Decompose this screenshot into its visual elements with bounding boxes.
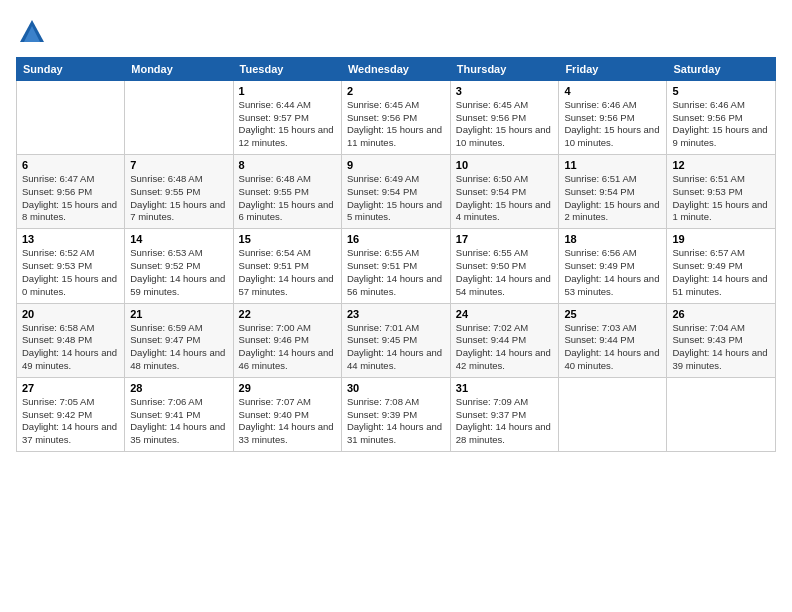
calendar-cell: 5Sunrise: 6:46 AM Sunset: 9:56 PM Daylig… [667, 80, 776, 154]
calendar-cell: 12Sunrise: 6:51 AM Sunset: 9:53 PM Dayli… [667, 155, 776, 229]
day-info: Sunrise: 7:05 AM Sunset: 9:42 PM Dayligh… [22, 396, 119, 447]
day-number: 28 [130, 382, 227, 394]
calendar-cell: 30Sunrise: 7:08 AM Sunset: 9:39 PM Dayli… [341, 377, 450, 451]
day-number: 22 [239, 308, 336, 320]
calendar-cell: 11Sunrise: 6:51 AM Sunset: 9:54 PM Dayli… [559, 155, 667, 229]
day-number: 25 [564, 308, 661, 320]
weekday-header-row: SundayMondayTuesdayWednesdayThursdayFrid… [17, 57, 776, 80]
day-number: 8 [239, 159, 336, 171]
weekday-thursday: Thursday [450, 57, 559, 80]
day-number: 21 [130, 308, 227, 320]
day-info: Sunrise: 6:47 AM Sunset: 9:56 PM Dayligh… [22, 173, 119, 224]
day-number: 10 [456, 159, 554, 171]
day-number: 4 [564, 85, 661, 97]
calendar-table: SundayMondayTuesdayWednesdayThursdayFrid… [16, 57, 776, 452]
day-info: Sunrise: 7:06 AM Sunset: 9:41 PM Dayligh… [130, 396, 227, 447]
day-info: Sunrise: 6:46 AM Sunset: 9:56 PM Dayligh… [564, 99, 661, 150]
calendar-body: 1Sunrise: 6:44 AM Sunset: 9:57 PM Daylig… [17, 80, 776, 451]
day-info: Sunrise: 6:51 AM Sunset: 9:54 PM Dayligh… [564, 173, 661, 224]
calendar-cell: 15Sunrise: 6:54 AM Sunset: 9:51 PM Dayli… [233, 229, 341, 303]
day-number: 6 [22, 159, 119, 171]
day-info: Sunrise: 6:45 AM Sunset: 9:56 PM Dayligh… [456, 99, 554, 150]
calendar-cell [17, 80, 125, 154]
day-number: 15 [239, 233, 336, 245]
day-number: 17 [456, 233, 554, 245]
day-info: Sunrise: 6:48 AM Sunset: 9:55 PM Dayligh… [130, 173, 227, 224]
calendar-cell: 3Sunrise: 6:45 AM Sunset: 9:56 PM Daylig… [450, 80, 559, 154]
calendar-cell: 19Sunrise: 6:57 AM Sunset: 9:49 PM Dayli… [667, 229, 776, 303]
day-number: 24 [456, 308, 554, 320]
day-info: Sunrise: 6:57 AM Sunset: 9:49 PM Dayligh… [672, 247, 770, 298]
day-info: Sunrise: 6:53 AM Sunset: 9:52 PM Dayligh… [130, 247, 227, 298]
weekday-friday: Friday [559, 57, 667, 80]
day-number: 11 [564, 159, 661, 171]
calendar-cell: 24Sunrise: 7:02 AM Sunset: 9:44 PM Dayli… [450, 303, 559, 377]
day-info: Sunrise: 7:02 AM Sunset: 9:44 PM Dayligh… [456, 322, 554, 373]
day-number: 23 [347, 308, 445, 320]
weekday-wednesday: Wednesday [341, 57, 450, 80]
day-number: 20 [22, 308, 119, 320]
week-row-3: 13Sunrise: 6:52 AM Sunset: 9:53 PM Dayli… [17, 229, 776, 303]
calendar-cell: 23Sunrise: 7:01 AM Sunset: 9:45 PM Dayli… [341, 303, 450, 377]
calendar-cell: 7Sunrise: 6:48 AM Sunset: 9:55 PM Daylig… [125, 155, 233, 229]
day-info: Sunrise: 6:52 AM Sunset: 9:53 PM Dayligh… [22, 247, 119, 298]
calendar-cell [559, 377, 667, 451]
weekday-saturday: Saturday [667, 57, 776, 80]
day-number: 9 [347, 159, 445, 171]
day-number: 13 [22, 233, 119, 245]
day-info: Sunrise: 6:44 AM Sunset: 9:57 PM Dayligh… [239, 99, 336, 150]
day-info: Sunrise: 6:48 AM Sunset: 9:55 PM Dayligh… [239, 173, 336, 224]
calendar-cell: 9Sunrise: 6:49 AM Sunset: 9:54 PM Daylig… [341, 155, 450, 229]
day-info: Sunrise: 6:55 AM Sunset: 9:50 PM Dayligh… [456, 247, 554, 298]
calendar-cell: 28Sunrise: 7:06 AM Sunset: 9:41 PM Dayli… [125, 377, 233, 451]
day-number: 31 [456, 382, 554, 394]
calendar-cell: 2Sunrise: 6:45 AM Sunset: 9:56 PM Daylig… [341, 80, 450, 154]
calendar-cell: 1Sunrise: 6:44 AM Sunset: 9:57 PM Daylig… [233, 80, 341, 154]
day-number: 29 [239, 382, 336, 394]
calendar-cell: 6Sunrise: 6:47 AM Sunset: 9:56 PM Daylig… [17, 155, 125, 229]
week-row-2: 6Sunrise: 6:47 AM Sunset: 9:56 PM Daylig… [17, 155, 776, 229]
day-number: 14 [130, 233, 227, 245]
day-number: 16 [347, 233, 445, 245]
calendar-cell: 20Sunrise: 6:58 AM Sunset: 9:48 PM Dayli… [17, 303, 125, 377]
day-info: Sunrise: 6:58 AM Sunset: 9:48 PM Dayligh… [22, 322, 119, 373]
day-info: Sunrise: 7:01 AM Sunset: 9:45 PM Dayligh… [347, 322, 445, 373]
day-info: Sunrise: 6:51 AM Sunset: 9:53 PM Dayligh… [672, 173, 770, 224]
logo [16, 16, 46, 49]
day-info: Sunrise: 6:49 AM Sunset: 9:54 PM Dayligh… [347, 173, 445, 224]
day-info: Sunrise: 7:09 AM Sunset: 9:37 PM Dayligh… [456, 396, 554, 447]
day-info: Sunrise: 7:04 AM Sunset: 9:43 PM Dayligh… [672, 322, 770, 373]
day-number: 18 [564, 233, 661, 245]
calendar-cell: 8Sunrise: 6:48 AM Sunset: 9:55 PM Daylig… [233, 155, 341, 229]
calendar-cell: 31Sunrise: 7:09 AM Sunset: 9:37 PM Dayli… [450, 377, 559, 451]
day-info: Sunrise: 7:07 AM Sunset: 9:40 PM Dayligh… [239, 396, 336, 447]
day-info: Sunrise: 6:45 AM Sunset: 9:56 PM Dayligh… [347, 99, 445, 150]
day-number: 2 [347, 85, 445, 97]
day-info: Sunrise: 6:54 AM Sunset: 9:51 PM Dayligh… [239, 247, 336, 298]
day-info: Sunrise: 7:08 AM Sunset: 9:39 PM Dayligh… [347, 396, 445, 447]
calendar-cell: 27Sunrise: 7:05 AM Sunset: 9:42 PM Dayli… [17, 377, 125, 451]
day-number: 26 [672, 308, 770, 320]
calendar-cell: 4Sunrise: 6:46 AM Sunset: 9:56 PM Daylig… [559, 80, 667, 154]
weekday-tuesday: Tuesday [233, 57, 341, 80]
day-info: Sunrise: 7:00 AM Sunset: 9:46 PM Dayligh… [239, 322, 336, 373]
day-number: 1 [239, 85, 336, 97]
page-header [16, 16, 776, 49]
calendar-cell: 18Sunrise: 6:56 AM Sunset: 9:49 PM Dayli… [559, 229, 667, 303]
weekday-monday: Monday [125, 57, 233, 80]
day-info: Sunrise: 6:46 AM Sunset: 9:56 PM Dayligh… [672, 99, 770, 150]
logo-icon [18, 16, 46, 44]
calendar-cell [667, 377, 776, 451]
calendar-cell: 29Sunrise: 7:07 AM Sunset: 9:40 PM Dayli… [233, 377, 341, 451]
calendar-cell: 17Sunrise: 6:55 AM Sunset: 9:50 PM Dayli… [450, 229, 559, 303]
day-info: Sunrise: 6:55 AM Sunset: 9:51 PM Dayligh… [347, 247, 445, 298]
calendar-cell: 13Sunrise: 6:52 AM Sunset: 9:53 PM Dayli… [17, 229, 125, 303]
day-number: 27 [22, 382, 119, 394]
day-number: 3 [456, 85, 554, 97]
calendar-cell: 21Sunrise: 6:59 AM Sunset: 9:47 PM Dayli… [125, 303, 233, 377]
week-row-1: 1Sunrise: 6:44 AM Sunset: 9:57 PM Daylig… [17, 80, 776, 154]
calendar-cell: 16Sunrise: 6:55 AM Sunset: 9:51 PM Dayli… [341, 229, 450, 303]
day-info: Sunrise: 6:59 AM Sunset: 9:47 PM Dayligh… [130, 322, 227, 373]
day-number: 12 [672, 159, 770, 171]
day-number: 19 [672, 233, 770, 245]
